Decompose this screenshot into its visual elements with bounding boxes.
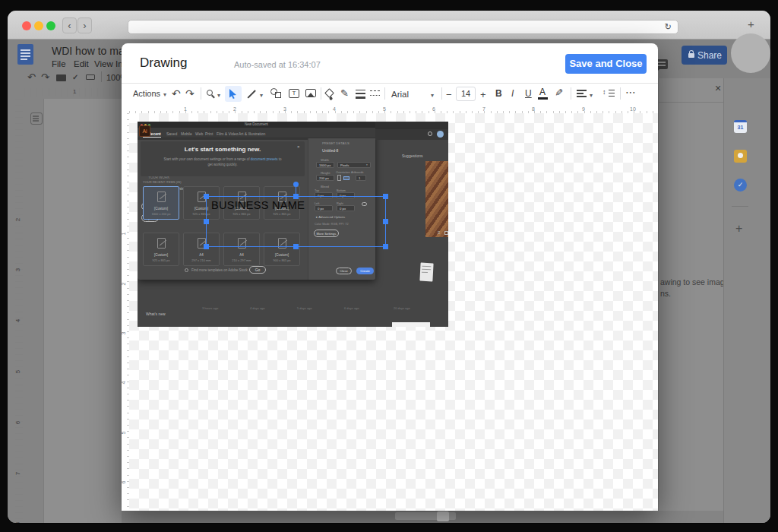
address-bar[interactable]: ↻ (128, 20, 678, 34)
insert-image-tool[interactable] (305, 89, 316, 97)
ai-bleed-label: Bleed (321, 185, 329, 188)
paint-format-icon[interactable] (86, 74, 95, 80)
ai-tab-mobile: Mobile (181, 131, 192, 136)
redo-icon[interactable]: ↷ (185, 88, 194, 99)
ruler-number: 3 (121, 332, 126, 335)
selection-handle-bottom-right[interactable] (383, 244, 388, 249)
selected-text-box[interactable]: BUSINESS NAME (211, 200, 305, 211)
updown-icon: ↕ (602, 89, 606, 96)
back-button[interactable]: ‹ (62, 17, 77, 33)
chevron-down-icon: ▾ (366, 163, 368, 166)
ai-timestamp: 6 days ago (344, 307, 359, 310)
fill-color-tool[interactable] (324, 88, 334, 98)
rotation-handle[interactable] (293, 182, 299, 187)
forward-button[interactable]: › (77, 17, 92, 33)
italic-button[interactable]: I (511, 89, 514, 98)
selection-handle-middle-right[interactable] (383, 219, 388, 224)
selection-handle-middle-left[interactable] (204, 219, 209, 224)
panel-close-icon[interactable]: × (715, 83, 721, 93)
chevron-down-icon[interactable]: ▾ (260, 93, 263, 99)
ai-portrait-icon (337, 175, 341, 181)
zoom-icon[interactable] (207, 90, 213, 96)
border-color-tool[interactable]: ✎ (340, 88, 349, 98)
ai-preset-details-header: PRESET DETAILS (322, 141, 349, 145)
save-and-close-button[interactable]: Save and Close (565, 54, 647, 74)
ruler-number: 4 (121, 382, 126, 385)
ruler-number: 10 (630, 106, 636, 112)
spellcheck-icon[interactable]: ✓ (72, 74, 78, 81)
new-tab-button[interactable]: + (748, 18, 754, 30)
ruler-number: 5 (15, 370, 21, 373)
line-spacing-button[interactable]: ↕ (602, 89, 615, 98)
border-weight-tool[interactable] (356, 90, 365, 99)
underline-button[interactable]: U (525, 89, 532, 98)
actions-label: Actions (133, 90, 160, 98)
text-box-tool[interactable]: T (289, 89, 299, 98)
ai-width-field: 1600 px (316, 162, 334, 168)
font-family-select[interactable]: Arial ▾ (391, 87, 437, 101)
docs-logo-icon[interactable] (17, 44, 33, 65)
tasks-icon[interactable]: ✓ (734, 179, 747, 192)
ruler-number: 3 (15, 268, 21, 271)
ruler-number: 1 (121, 233, 126, 236)
zoom-window-button[interactable] (46, 21, 55, 30)
calendar-icon[interactable]: 31 (734, 120, 747, 133)
ruler-number: 8 (15, 522, 21, 523)
menu-view[interactable]: View (94, 60, 113, 69)
font-size-input[interactable]: 14 (456, 87, 476, 101)
keep-icon[interactable] (734, 150, 747, 163)
screenshot-stage: ‹ › ↻ + WDI how to mak File Edit View In… (0, 0, 778, 532)
highlight-color-tool[interactable]: ✎ (554, 88, 564, 97)
ruler-number: 6 (121, 481, 126, 484)
selection-handle-top-left[interactable] (204, 194, 209, 199)
ruler-number: 2 (121, 283, 126, 286)
menu-file[interactable]: File (52, 60, 66, 69)
drawing-canvas[interactable]: Ai Home Learn YOUR WORK Cloud documents … (129, 113, 658, 511)
bold-button[interactable]: B (495, 89, 502, 98)
header-divider (122, 83, 658, 84)
avatar[interactable] (731, 33, 770, 73)
google-side-rail: 31 ✓ + (723, 78, 770, 523)
close-window-button[interactable] (22, 21, 31, 30)
menu-edit[interactable]: Edit (74, 60, 89, 69)
toolbar-divider (441, 87, 442, 100)
docs-horizontal-ruler: 1 (24, 88, 122, 97)
toolbar-divider (384, 87, 385, 100)
drawing-dialog: Drawing Auto-saved at 16:34:07 Save and … (122, 43, 658, 511)
border-dash-tool[interactable] (370, 90, 380, 98)
get-addons-icon[interactable]: + (735, 223, 742, 235)
increase-font-size-button[interactable]: + (480, 90, 486, 100)
line-tool[interactable] (247, 90, 255, 98)
print-icon[interactable] (56, 74, 66, 81)
minimize-window-button[interactable] (34, 21, 43, 30)
document-title[interactable]: WDI how to mak (52, 46, 130, 56)
text-color-button[interactable]: A (539, 87, 546, 97)
docs-undo-icon[interactable]: ↶ (27, 72, 36, 82)
toolbar-divider (571, 87, 571, 100)
ai-timestamp: 20 days ago (394, 307, 410, 310)
ai-timestamp: 3 hours ago (202, 307, 218, 310)
more-options-button[interactable]: ⋯ (625, 87, 636, 97)
reload-icon[interactable]: ↻ (665, 23, 672, 31)
selection-handle-top-right[interactable] (383, 194, 388, 199)
chevron-down-icon[interactable]: ▾ (217, 93, 220, 99)
decrease-font-size-button[interactable]: − (446, 90, 452, 100)
ruler-number: 6 (432, 106, 435, 112)
docs-redo-icon[interactable]: ↷ (41, 72, 49, 82)
ai-artboards-field: 1 (356, 175, 366, 181)
actions-menu[interactable]: Actions ▾ (133, 86, 169, 101)
dialog-title: Drawing (140, 56, 187, 69)
shape-tool[interactable] (270, 88, 283, 99)
ai-grid-view-icon (444, 231, 448, 235)
chevron-down-icon[interactable]: ▾ (590, 93, 593, 99)
document-outline-icon[interactable] (30, 112, 43, 125)
ai-recent-items-header: YOUR RECENT ITEMS (26) (143, 181, 182, 184)
share-button[interactable]: Share (682, 46, 727, 65)
ai-tab-art-illustration: Art & Illustration (239, 131, 265, 136)
select-tool[interactable] (225, 86, 242, 102)
selection-handle-top-center[interactable] (293, 194, 299, 199)
undo-icon[interactable]: ↶ (172, 88, 181, 99)
selection-handle-bottom-left[interactable] (204, 244, 209, 249)
selection-handle-bottom-center[interactable] (293, 244, 299, 249)
align-button[interactable] (577, 90, 587, 98)
